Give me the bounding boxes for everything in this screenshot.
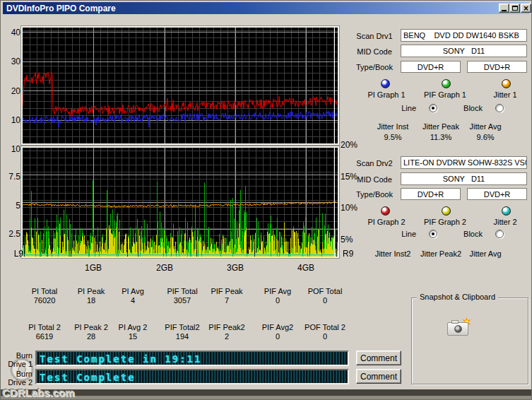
mid-code2-label: MID Code	[351, 175, 398, 184]
snapshot-camera-button[interactable]	[447, 317, 471, 337]
pi-axis-tick: 40	[4, 28, 20, 37]
pi-axis-tick: 30	[4, 57, 20, 66]
stat-value: 76020	[18, 296, 71, 305]
pif-jitter-graph-canvas	[23, 148, 338, 257]
stat-label: POF Total 2	[298, 323, 352, 331]
jitter-avg1-label: Jitter Avg	[457, 122, 514, 131]
maximize-icon	[512, 6, 518, 11]
axis-corner-left: L9	[9, 249, 23, 259]
type-book1-label: Type/Book	[351, 63, 398, 71]
x-axis-tick: 3GB	[221, 263, 249, 273]
jitter-avg1-value: 9.6%	[457, 133, 514, 141]
type-book2-label: Type/Book	[351, 190, 398, 199]
stat-value: 0	[298, 332, 352, 341]
type-book2-value-b: DVD+R	[467, 188, 527, 200]
pif-axis-tick: 2.5	[4, 229, 20, 239]
stat-value: 2	[200, 332, 254, 341]
type-book1-value-b: DVD+R	[467, 61, 527, 73]
stat-value: 0	[298, 296, 352, 305]
jitter-axis-tick: 10%	[341, 203, 357, 213]
pif-graph1-label: PIF Graph 1	[413, 90, 477, 99]
maximize-button[interactable]	[509, 4, 520, 13]
stat-label: PI Total	[18, 287, 71, 295]
window-bottom-strip	[1, 396, 531, 400]
line1-label: Line	[388, 104, 416, 112]
block1-radio[interactable]	[495, 104, 504, 112]
pif-axis-tick: 5	[4, 201, 20, 211]
stat-label: PIF Peak	[200, 287, 254, 295]
title-bar[interactable]: DVDInfoPro PIPO Compare	[3, 2, 529, 14]
pif-graph1-led-icon	[442, 79, 451, 88]
pi-graph2-led-icon	[381, 206, 390, 216]
line2-radio[interactable]	[429, 230, 437, 238]
pif-graph2-led-icon	[442, 206, 451, 216]
stat-label: POF Total	[298, 287, 352, 295]
stat-value: 0	[251, 332, 305, 341]
x-axis-tick: 4GB	[292, 263, 320, 273]
line2-label: Line	[388, 230, 416, 238]
type-book1-value-a: DVD+R	[401, 61, 461, 73]
mid-code1-value: SONY D11	[401, 45, 527, 57]
pif-axis-tick: 7.5	[4, 172, 20, 182]
axis-corner-right: R9	[343, 249, 353, 259]
pi-axis-tick: 10	[4, 115, 20, 125]
scan-drv1-label: Scan Drv1	[351, 32, 398, 40]
comment2-button[interactable]: Comment	[356, 369, 401, 384]
burn-drive2-label: Burn Drive 2	[1, 370, 32, 387]
burn-drive1-lcd-text: Test Complete in 19:11	[37, 352, 348, 365]
block1-label: Block	[454, 104, 483, 112]
pif-jitter-graph-frame	[21, 146, 339, 258]
jitter-axis-tick: 5%	[341, 235, 353, 245]
window-bottom-edge	[1, 389, 531, 396]
mid-code1-label: MID Code	[351, 47, 398, 56]
snapshot-groupbox-title: Snapshot & Clipboard	[417, 293, 498, 301]
jitter1-led-icon	[502, 79, 511, 88]
stat-label: PI Avg	[106, 287, 160, 295]
snapshot-groupbox: Snapshot & Clipboard	[411, 298, 528, 384]
comment1-button[interactable]: Comment	[356, 351, 401, 365]
stat-label: PIF Peak2	[200, 323, 254, 331]
scan-drv1-value: BENQ DVD DD DW1640 BSKB	[401, 29, 527, 42]
stat-label: PI Avg 2	[106, 323, 160, 331]
stat-label: PI Total 2	[18, 323, 71, 331]
x-axis-tick: 1GB	[79, 263, 107, 273]
app-window: DVDInfoPro PIPO Compare × 40302010107.55…	[0, 0, 532, 400]
pi-graph-canvas	[23, 28, 338, 143]
mid-code2-value: SONY D11	[401, 172, 527, 185]
block2-radio[interactable]	[495, 230, 504, 238]
burn-drive2-lcd-text: Test Complete	[37, 370, 348, 383]
window-title: DVDInfoPro PIPO Compare	[6, 4, 116, 13]
camera-lens	[454, 325, 462, 333]
camera-bump	[451, 320, 459, 324]
stat-value: 0	[251, 296, 305, 305]
burn-drive1-label: Burn Drive 1	[1, 351, 32, 368]
pi-graph1-led-icon	[381, 79, 390, 88]
stat-value: 7	[200, 296, 254, 305]
jitter1-label: Jitter 1	[473, 90, 532, 99]
jitter-avg2-label: Jitter Avg	[457, 249, 514, 258]
jitter2-led-icon	[502, 206, 511, 216]
pi-graph1-label: PI Graph 1	[355, 90, 418, 99]
stat-label: PIF Avg2	[251, 323, 305, 331]
minimize-icon	[502, 10, 507, 11]
pi-graph2-label: PI Graph 2	[355, 218, 418, 226]
close-button[interactable]: ×	[521, 4, 531, 13]
minimize-button[interactable]	[499, 4, 509, 13]
stat-value: 4	[106, 296, 160, 305]
jitter-axis-tick: 20%	[341, 140, 357, 150]
type-book2-value-a: DVD+R	[401, 188, 461, 200]
pi-graph-frame	[21, 26, 339, 145]
watermark: CDRLabs.com	[2, 387, 75, 399]
pif-axis-tick: 10	[4, 144, 20, 154]
pif-graph2-label: PIF Graph 2	[413, 218, 477, 226]
pi-axis-tick: 20	[4, 86, 20, 96]
jitter2-label: Jitter 2	[473, 218, 532, 226]
scan-drv2-label: Scan Drv2	[351, 159, 398, 167]
scan-drv2-value: LITE-ON DVDRW SOHW-832S VS0	[401, 156, 527, 169]
stat-label: PIF Avg	[251, 287, 305, 295]
close-icon: ×	[524, 5, 528, 12]
stat-value: 6619	[18, 332, 71, 341]
burn-drive2-lcd: Test Complete	[35, 369, 349, 384]
block2-label: Block	[454, 230, 483, 238]
line1-radio[interactable]	[429, 104, 437, 112]
